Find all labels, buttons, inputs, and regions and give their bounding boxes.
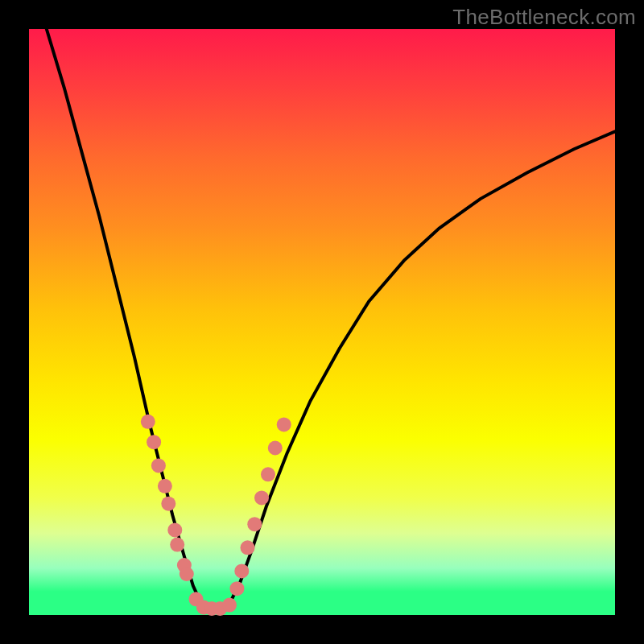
data-marker — [151, 458, 166, 473]
data-marker — [158, 479, 172, 493]
data-marker — [229, 581, 244, 596]
data-marker — [268, 441, 283, 456]
data-marker — [180, 567, 194, 581]
data-marker — [141, 415, 155, 429]
chart-frame: TheBottleneck.com — [0, 0, 644, 644]
data-marker — [277, 417, 291, 431]
data-marker — [170, 538, 184, 552]
curve-layer — [29, 29, 615, 615]
data-marker — [222, 598, 237, 613]
data-marker — [147, 435, 161, 449]
data-marker — [247, 517, 262, 531]
plot-area — [29, 29, 615, 615]
curve-left-branch — [47, 29, 205, 606]
data-marker — [241, 540, 255, 555]
watermark-text: TheBottleneck.com — [452, 5, 636, 30]
data-marker — [234, 564, 249, 578]
curve-right-branch — [229, 131, 616, 606]
data-marker — [254, 490, 269, 505]
data-marker — [261, 467, 275, 481]
data-marker — [167, 522, 182, 537]
data-marker — [161, 497, 175, 511]
